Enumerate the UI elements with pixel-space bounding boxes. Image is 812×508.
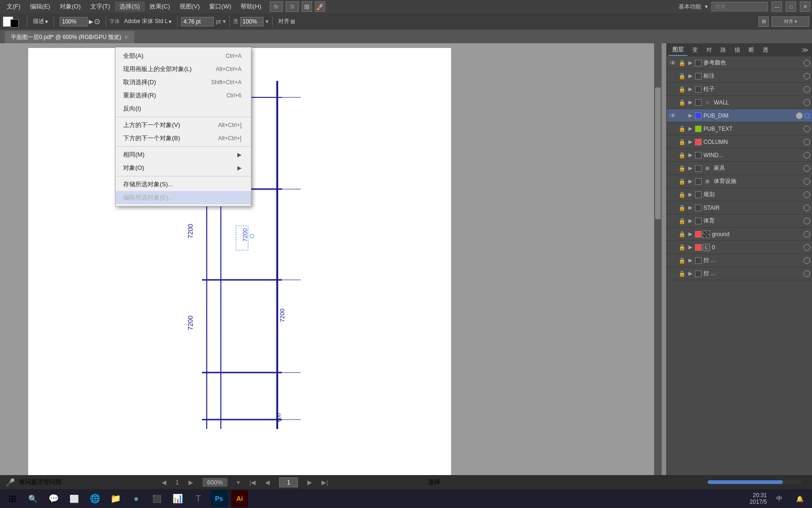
layer-eye-zero[interactable]: 👁 [669, 243, 677, 252]
layer-expand-jiaju[interactable]: ▶ [687, 165, 694, 172]
layer-eye-column[interactable]: 👁 [669, 138, 677, 146]
layer-circle-stair[interactable] [804, 205, 810, 211]
layer-row-tiyu[interactable]: 👁 🔒 ▶ 体育 [667, 214, 812, 228]
opacity-input[interactable] [240, 17, 264, 26]
menu-object[interactable]: 对象(O) [55, 1, 86, 12]
font-size-dropdown[interactable]: ▾ [223, 18, 226, 25]
layer-eye-pubdim[interactable]: 👁 [669, 111, 677, 120]
taskbar-folder[interactable]: 📁 [107, 490, 124, 507]
layer-row-jiaju[interactable]: 👁 🔒 ▶ ⊞ 家具 [667, 162, 812, 175]
nav-extra-next[interactable]: ▶| [321, 479, 328, 486]
layer-row-biaozhu[interactable]: 👁 🔒 ▶ 标注 [667, 70, 812, 83]
panel-tab-stroke[interactable]: 描 [731, 45, 744, 56]
taskbar-chrome[interactable]: ● [128, 490, 145, 507]
taskbar-search[interactable]: 🔍 [24, 490, 41, 507]
menu-help[interactable]: 帮助(H) [236, 1, 266, 12]
layout-icon[interactable]: ⊞ [302, 1, 312, 12]
layer-eye-ctrl2[interactable]: 👁 [669, 270, 677, 278]
layer-row-pubdim[interactable]: 👁 🔒 ▶ PUB_DIM [667, 109, 812, 122]
layer-lock-pubtext[interactable]: 🔒 [678, 125, 686, 133]
layer-circle-pubtext[interactable] [804, 126, 810, 132]
layer-expand-wall[interactable]: ▶ [687, 99, 694, 106]
layer-circle-ctrl2[interactable] [804, 270, 810, 277]
ctx-object[interactable]: 对象(O) ▶ [116, 161, 251, 175]
align-button[interactable]: 对齐 ⊞ [276, 16, 297, 26]
panel-tab-layers[interactable]: 图层 [669, 44, 687, 56]
layer-expand-cankaoyanse[interactable]: ▶ [687, 59, 694, 67]
maximize-icon[interactable]: □ [786, 1, 796, 12]
menu-file[interactable]: 文(F) [2, 1, 25, 12]
layer-eye-ground[interactable]: 👁 [669, 230, 677, 238]
layer-row-tiyusheshi[interactable]: 👁 🔒 ▶ ⊞ 体育设施 [667, 175, 812, 188]
panel-expand-icon[interactable]: ≫ [800, 46, 810, 54]
nav-prev-icon[interactable]: ◀ [162, 479, 166, 486]
layer-circle-wall[interactable] [804, 99, 810, 106]
layer-row-column[interactable]: 👁 🔒 ▶ COLUMN [667, 135, 812, 149]
layer-expand-tiyu[interactable]: ▶ [687, 217, 694, 225]
layer-circle-guihua[interactable] [804, 191, 810, 198]
zoom-dropdown-icon[interactable]: ▾ [237, 479, 240, 486]
layer-expand-guihua[interactable]: ▶ [687, 191, 694, 198]
stock-icon[interactable]: St [286, 1, 299, 12]
panel-tab-break[interactable]: 断 [745, 45, 758, 56]
taskbar-ps[interactable]: Ps [211, 490, 227, 507]
bridge-icon[interactable]: Br [270, 1, 283, 12]
taskbar-teams[interactable]: T [190, 490, 207, 507]
layer-lock-tiyu[interactable]: 🔒 [678, 217, 686, 225]
ctx-next-above[interactable]: 上方的下一个对象(V) Alt+Ctrl+] [116, 119, 251, 132]
rocket-icon[interactable]: 🚀 [315, 1, 325, 12]
layer-lock-tiyusheshi[interactable]: 🔒 [678, 178, 686, 185]
ctx-same[interactable]: 相同(M) ▶ [116, 148, 251, 161]
font-size-input[interactable] [181, 17, 214, 26]
layer-circle-wind[interactable] [804, 152, 810, 159]
layer-row-wind[interactable]: 👁 🔒 ▶ WIND... [667, 149, 812, 162]
layer-circle-tiyusheshi[interactable] [804, 178, 810, 185]
panel-tab-transform[interactable]: 变 [688, 45, 702, 56]
layer-expand-stair[interactable]: ▶ [687, 204, 694, 212]
layer-lock-biaozhu[interactable]: 🔒 [678, 72, 686, 80]
ctx-deselect[interactable]: 取消选择(D) Shift+Ctrl+A [116, 76, 251, 89]
panel-tab-opacity[interactable]: 透 [759, 45, 772, 56]
layer-circle-tiyu[interactable] [804, 218, 810, 224]
ctx-reselect[interactable]: 重新选择(R) Ctrl+6 [116, 89, 251, 102]
zoom-extra-icon[interactable]: ⊙ [94, 17, 100, 26]
layer-eye-pubtext[interactable]: 👁 [669, 125, 677, 133]
panel-tab-align[interactable]: 对 [703, 45, 716, 56]
layer-eye-wall[interactable]: 👁 [669, 98, 677, 107]
layer-circle-zero[interactable] [804, 244, 810, 251]
layer-circle-biaozhu[interactable] [804, 73, 810, 79]
menu-window[interactable]: 窗口(W) [204, 1, 236, 12]
layer-expand-wind[interactable]: ▶ [687, 151, 694, 159]
layer-eye-guihua[interactable]: 👁 [669, 190, 677, 199]
layer-lock-wall[interactable]: 🔒 [678, 99, 686, 106]
layer-expand-tiyusheshi[interactable]: ▶ [687, 178, 694, 185]
opacity-dropdown[interactable]: ▾ [265, 18, 269, 25]
menu-view[interactable]: 视图(V) [175, 1, 204, 12]
layer-row-cankaoyanse[interactable]: 👁 🔒 ▶ 参考颜色 [667, 56, 812, 70]
zoom-apply-icon[interactable]: ▶ [89, 18, 93, 25]
nav-extra-prev[interactable]: |◀ [250, 479, 256, 486]
nav-next-icon[interactable]: ▶ [188, 479, 193, 486]
ctx-inverse[interactable]: 反向(I) [116, 102, 251, 115]
layer-lock-wind[interactable]: 🔒 [678, 151, 686, 159]
layer-eye-wind[interactable]: 👁 [669, 151, 677, 159]
layer-expand-pubtext[interactable]: ▶ [687, 125, 694, 133]
taskbar-start[interactable]: ⊞ [4, 490, 21, 507]
layer-lock-guihua[interactable]: 🔒 [678, 191, 686, 198]
layer-expand-ctrl2[interactable]: ▶ [687, 270, 694, 278]
layer-row-zero[interactable]: 👁 🔒 ▶ L 0 [667, 241, 812, 254]
properties-icon[interactable]: 对齐 ▾ [772, 16, 809, 27]
layer-circle-cankaoyanse[interactable] [804, 60, 810, 66]
taskbar-notification[interactable]: 🔔 [791, 490, 808, 507]
active-tab[interactable]: 平面图一层0.pdf* @ 600% (RGB/GPU 预览) ✕ [5, 31, 134, 43]
layer-circle-column[interactable] [804, 139, 810, 145]
page-input[interactable]: 1 [279, 477, 298, 487]
layer-eye-stair[interactable]: 👁 [669, 204, 677, 212]
layer-eye-tiyusheshi[interactable]: 👁 [669, 177, 677, 186]
layer-eye-zhuzi[interactable]: 👁 [669, 85, 677, 94]
taskbar-edge[interactable]: 🌐 [86, 490, 103, 507]
ctx-next-below[interactable]: 下方的下一个对象(B) Alt+Ctrl+[ [116, 132, 251, 145]
layer-eye-biaozhu[interactable]: 👁 [669, 72, 677, 80]
close-icon[interactable]: ✕ [800, 1, 810, 12]
grid-view-icon[interactable]: ⊞ [758, 16, 769, 27]
